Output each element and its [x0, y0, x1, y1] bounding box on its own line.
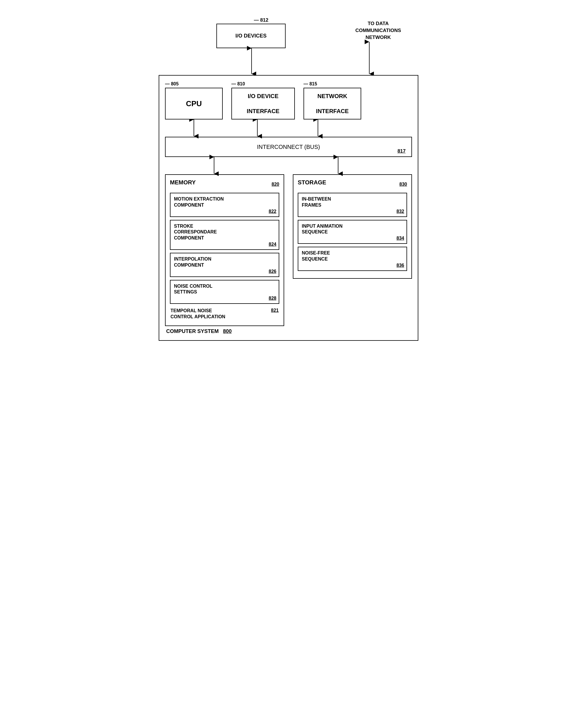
network-ref: 815: [309, 81, 317, 86]
network-interface-box: NETWORK INTERFACE: [304, 88, 361, 120]
motion-extraction-box: MOTION EXTRACTION COMPONENT 822: [170, 193, 279, 217]
noise-control-ref: 828: [269, 295, 277, 302]
diagram-container: — 812 I/O DEVICES TO DATA COMMUNICATIONS…: [159, 11, 418, 341]
storage-box: STORAGE 830 IN-BETWEEN FRAMES 832 INPUT …: [293, 174, 412, 279]
network-interface-ref-label: — 815: [304, 81, 317, 86]
memory-label: MEMORY: [170, 179, 195, 186]
frames-ref: 832: [396, 209, 404, 215]
frames-line2: FRAMES: [302, 203, 321, 207]
memory-ref: 820: [271, 182, 279, 187]
storage-ref: 830: [399, 182, 407, 187]
cpu-box: CPU: [165, 88, 223, 120]
cpu-ref: 805: [171, 81, 179, 86]
motion-ref: 822: [269, 209, 277, 215]
temporal-ref: 821: [271, 308, 279, 313]
stroke-line2: CORRESPONDARE: [174, 229, 217, 234]
interconnect-box: INTERCONNECT (BUS) 817: [165, 137, 412, 157]
interp-line1: INTERPOLATION: [174, 257, 211, 261]
storage-label: STORAGE: [298, 179, 326, 186]
network-line2: INTERFACE: [316, 107, 348, 115]
system-label: COMPUTER SYSTEM: [166, 328, 219, 334]
io-interface-ref-label: — 810: [231, 81, 245, 86]
interconnect-ref: 817: [398, 148, 405, 154]
io-interface-line2: INTERFACE: [247, 107, 279, 115]
computer-system-label: COMPUTER SYSTEM 800: [165, 328, 412, 334]
anim-line2: SEQUENCE: [302, 229, 328, 234]
interconnect-label: INTERCONNECT (BUS): [257, 144, 320, 150]
io-interface-box: I/O DEVICE INTERFACE: [231, 88, 295, 120]
io-devices-ref-label: — 812: [248, 17, 268, 23]
motion-line2: COMPONENT: [174, 203, 204, 207]
input-animation-box: INPUT ANIMATION SEQUENCE 834: [298, 220, 407, 244]
stroke-correspondare-box: STROKE CORRESPONDARE COMPONENT 824: [170, 220, 279, 250]
io-devices-box: I/O DEVICES: [216, 24, 286, 48]
noise-free-box: NOISE-FREE SEQUENCE 836: [298, 247, 407, 271]
noise-control-box: NOISE CONTROL SETTINGS 828: [170, 280, 279, 304]
in-between-frames-box: IN-BETWEEN FRAMES 832: [298, 193, 407, 217]
noisefree-ref: 836: [396, 263, 404, 269]
noise-control-line2: SETTINGS: [174, 289, 197, 294]
io-interface-ref: 810: [237, 81, 245, 86]
io-devices-label: I/O DEVICES: [235, 33, 267, 39]
temporal-noise-item: TEMPORAL NOISE CONTROL APPLICATION 821: [170, 307, 279, 321]
anim-line1: INPUT ANIMATION: [302, 224, 342, 229]
lower-arrows-svg: [165, 157, 412, 174]
temporal-line1: TEMPORAL NOISE: [171, 308, 212, 313]
interpolation-box: INTERPOLATION COMPONENT 826: [170, 253, 279, 277]
noisefree-line1: NOISE-FREE: [302, 251, 330, 255]
memory-box: MEMORY 820 MOTION EXTRACTION COMPONENT 8…: [165, 174, 284, 326]
interp-line2: COMPONENT: [174, 263, 204, 267]
to-data-comms: TO DATA COMMUNICATIONS NETWORK: [356, 20, 401, 41]
motion-line1: MOTION EXTRACTION: [174, 197, 224, 201]
cpu-ref-label: — 805: [165, 81, 179, 86]
io-interface-line1: I/O DEVICE: [248, 92, 279, 100]
anim-ref: 834: [396, 235, 404, 241]
noise-control-line1: NOISE CONTROL: [174, 284, 212, 289]
io-devices-ref: 812: [260, 17, 268, 23]
interp-ref: 826: [269, 269, 277, 275]
system-box: — 805 — 810 — 815 CPU I/O DEVICE INTERFA…: [159, 75, 418, 341]
mid-arrows-svg: [165, 120, 412, 137]
to-data-comms-text: TO DATA COMMUNICATIONS NETWORK: [356, 20, 401, 41]
frames-line1: IN-BETWEEN: [302, 197, 331, 201]
stroke-ref: 824: [269, 241, 277, 248]
stroke-line3: COMPONENT: [174, 235, 204, 240]
network-line1: NETWORK: [317, 92, 347, 100]
system-ref: 800: [223, 328, 232, 334]
noisefree-line2: SEQUENCE: [302, 257, 328, 261]
bottom-row: MEMORY 820 MOTION EXTRACTION COMPONENT 8…: [165, 174, 412, 326]
temporal-line2: CONTROL APPLICATION: [171, 314, 225, 319]
stroke-line1: STROKE: [174, 224, 193, 229]
cpu-label: CPU: [186, 99, 202, 108]
